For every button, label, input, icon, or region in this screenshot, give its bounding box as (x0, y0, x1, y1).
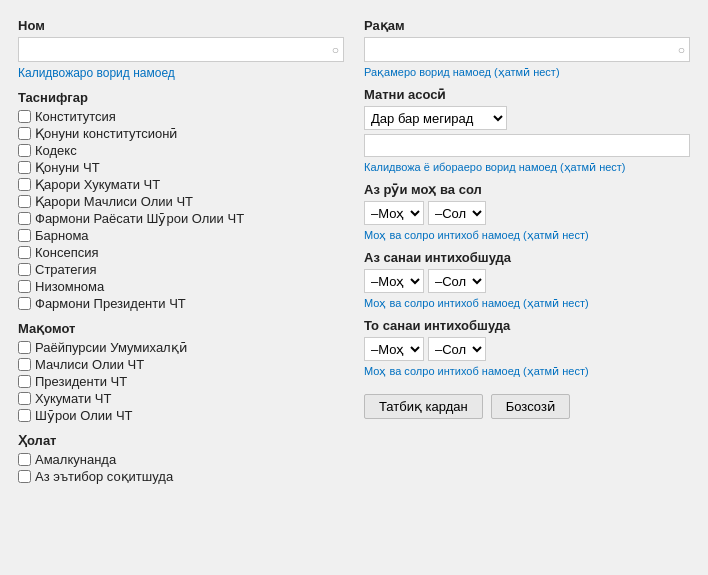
maqomot-item: Президенти ЧТ (18, 374, 344, 389)
tasnif-checkbox[interactable] (18, 110, 31, 123)
to-sanai-year-select[interactable]: –Сол200020012002200320042005200620072008… (428, 337, 486, 361)
maqomot-item: Шӯрои Олии ЧТ (18, 408, 344, 423)
holat-item-label: Амалкунанда (35, 452, 116, 467)
tasnif-item-label: Фармони Раёсати Шӯрои Олии ЧТ (35, 211, 244, 226)
maqomot-item: Раёйпурсии Умумихалқӣ (18, 340, 344, 355)
az-sanai-label: Аз санаи интихобшуда (364, 250, 690, 265)
reset-button[interactable]: Бозсозӣ (491, 394, 570, 419)
holat-item: Аз эътибор соқитшуда (18, 469, 344, 484)
holat-list: АмалкунандаАз эътибор соқитшуда (18, 452, 344, 484)
button-row: Татбиқ кардан Бозсозӣ (364, 394, 690, 419)
to-sanai-hint: Моҳ ва солро интихоб намоед (ҳатмӣ нест) (364, 365, 690, 378)
apply-button[interactable]: Татбиқ кардан (364, 394, 483, 419)
tasnif-checkbox[interactable] (18, 178, 31, 191)
az-sanai-hint: Моҳ ва солро интихоб намоед (ҳатмӣ нест) (364, 297, 690, 310)
maqomot-item-label: Раёйпурсии Умумихалқӣ (35, 340, 187, 355)
holat-item-label: Аз эътибор соқитшуда (35, 469, 173, 484)
to-sanai-label: То санаи интихобшуда (364, 318, 690, 333)
tasnif-item-label: Низомнома (35, 279, 104, 294)
right-panel: Рақам ○ Рақамеро ворид намоед (ҳатмӣ нес… (364, 18, 690, 486)
nom-input[interactable] (23, 40, 332, 59)
tasnif-checkbox[interactable] (18, 297, 31, 310)
maqomot-checkbox[interactable] (18, 358, 31, 371)
tasnif-item: Конститутсия (18, 109, 344, 124)
to-sanai-select-wrapper: –Моҳ123456789101112 –Сол2000200120022003… (364, 337, 690, 361)
az-rui-label: Аз рӯи моҳ ва сол (364, 182, 690, 197)
az-sanai-select-wrapper: –Моҳ123456789101112 –Сол2000200120022003… (364, 269, 690, 293)
tasnif-checkbox[interactable] (18, 161, 31, 174)
maqomot-item-label: Шӯрои Олии ЧТ (35, 408, 133, 423)
tasnif-item: Фармони Раёсати Шӯрои Олии ЧТ (18, 211, 344, 226)
tasnif-item-label: Стратегия (35, 262, 97, 277)
tasnif-checkbox[interactable] (18, 195, 31, 208)
tasnif-item-label: Фармони Президенти ЧТ (35, 296, 186, 311)
maqomot-checkbox[interactable] (18, 341, 31, 354)
az-rui-month-select[interactable]: –Моҳ123456789101112 (364, 201, 424, 225)
holat-checkbox[interactable] (18, 470, 31, 483)
maqomot-item-label: Хукумати ЧТ (35, 391, 111, 406)
tasnif-checkbox[interactable] (18, 263, 31, 276)
tasnif-checkbox[interactable] (18, 229, 31, 242)
matni-select[interactable]: Дар бар мегирадДар бар намегирад (364, 106, 507, 130)
az-sanai-month-select[interactable]: –Моҳ123456789101112 (364, 269, 424, 293)
tasnif-item-label: Қарори Мачлиси Олии ЧТ (35, 194, 193, 209)
raqam-input[interactable] (369, 40, 678, 59)
tasnif-item-label: Қарори Хукумати ЧТ (35, 177, 160, 192)
tasnif-checkbox[interactable] (18, 212, 31, 225)
az-sanai-year-select[interactable]: –Сол200020012002200320042005200620072008… (428, 269, 486, 293)
tasnif-item-label: Қонуни конститутсионӣ (35, 126, 178, 141)
tasnif-item-label: Барнома (35, 228, 89, 243)
holat-label: Ҳолат (18, 433, 344, 448)
maqomot-list: Раёйпурсии УмумихалқӣМачлиси Олии ЧТПрез… (18, 340, 344, 423)
tasnif-item: Стратегия (18, 262, 344, 277)
maqomot-label: Мақомот (18, 321, 344, 336)
maqomot-item-label: Мачлиси Олии ЧТ (35, 357, 144, 372)
maqomot-item: Хукумати ЧТ (18, 391, 344, 406)
search-icon: ○ (332, 43, 339, 57)
tasnif-item-label: Кодекс (35, 143, 77, 158)
raqam-label: Рақам (364, 18, 690, 33)
matni-hint: Калидвожа ё ибораеро ворид намоед (ҳатмӣ… (364, 161, 690, 174)
tasnif-item: Консепсия (18, 245, 344, 260)
tasnif-label: Таснифгар (18, 90, 344, 105)
az-rui-select-wrapper: –Моҳ123456789101112 –Сол2000200120022003… (364, 201, 690, 225)
tasnif-item: Қонуни ЧТ (18, 160, 344, 175)
tasnif-checkbox[interactable] (18, 144, 31, 157)
tasnif-item: Низомнома (18, 279, 344, 294)
nom-hint: Калидвожаро ворид намоед (18, 66, 344, 80)
matni-text-input[interactable] (364, 134, 690, 157)
tasnif-item: Қарори Хукумати ЧТ (18, 177, 344, 192)
nom-input-wrapper: ○ (18, 37, 344, 62)
search-icon-raqam: ○ (678, 43, 685, 57)
left-panel: Ном ○ Калидвожаро ворид намоед Таснифгар… (18, 18, 344, 486)
az-rui-hint: Моҳ ва солро интихоб намоед (ҳатмӣ нест) (364, 229, 690, 242)
tasnif-checkbox[interactable] (18, 246, 31, 259)
tasnif-item: Барнома (18, 228, 344, 243)
raqam-hint: Рақамеро ворид намоед (ҳатмӣ нест) (364, 66, 690, 79)
maqomot-item: Мачлиси Олии ЧТ (18, 357, 344, 372)
maqomot-checkbox[interactable] (18, 409, 31, 422)
az-rui-year-select[interactable]: –Сол200020012002200320042005200620072008… (428, 201, 486, 225)
tasnif-checkbox[interactable] (18, 280, 31, 293)
maqomot-checkbox[interactable] (18, 375, 31, 388)
holat-checkbox[interactable] (18, 453, 31, 466)
to-sanai-month-select[interactable]: –Моҳ123456789101112 (364, 337, 424, 361)
raqam-input-wrapper: ○ (364, 37, 690, 62)
tasnif-list: КонститутсияҚонуни конститутсионӣКодексҚ… (18, 109, 344, 311)
tasnif-item: Қонуни конститутсионӣ (18, 126, 344, 141)
nom-label: Ном (18, 18, 344, 33)
tasnif-item-label: Консепсия (35, 245, 99, 260)
tasnif-item: Қарори Мачлиси Олии ЧТ (18, 194, 344, 209)
tasnif-item-label: Қонуни ЧТ (35, 160, 100, 175)
matni-label: Матни асосӣ (364, 87, 690, 102)
matni-select-wrapper: Дар бар мегирадДар бар намегирад (364, 106, 690, 130)
tasnif-item-label: Конститутсия (35, 109, 116, 124)
tasnif-item: Кодекс (18, 143, 344, 158)
maqomot-item-label: Президенти ЧТ (35, 374, 127, 389)
holat-item: Амалкунанда (18, 452, 344, 467)
tasnif-checkbox[interactable] (18, 127, 31, 140)
tasnif-item: Фармони Президенти ЧТ (18, 296, 344, 311)
maqomot-checkbox[interactable] (18, 392, 31, 405)
